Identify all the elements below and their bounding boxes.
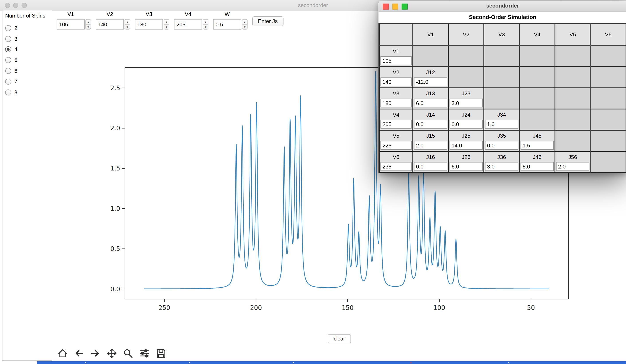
step-up-icon[interactable]: ▲	[242, 20, 247, 25]
v3-value-input[interactable]	[380, 99, 411, 108]
v4-value-input[interactable]	[380, 120, 411, 128]
j46-input[interactable]	[521, 162, 554, 171]
step-down-icon[interactable]: ▼	[242, 25, 247, 29]
v3-input[interactable]	[135, 19, 163, 30]
j12-input[interactable]	[414, 77, 447, 86]
j36-input[interactable]	[485, 162, 518, 171]
v5-value-input[interactable]	[380, 141, 411, 150]
control-v4: V4 ▲▼	[174, 11, 208, 30]
j25-cell: J25	[448, 130, 484, 151]
step-up-icon[interactable]: ▲	[164, 20, 169, 25]
j23-input[interactable]	[450, 99, 483, 108]
j13-input[interactable]	[414, 99, 447, 108]
home-button[interactable]	[55, 346, 69, 360]
back-arrow-icon	[73, 348, 84, 359]
j25-input[interactable]	[450, 141, 483, 150]
v6-row-label: V6	[380, 152, 413, 162]
j24-input[interactable]	[450, 120, 483, 128]
v1-value-input[interactable]	[380, 56, 411, 65]
w-stepper[interactable]: ▲▼	[242, 19, 247, 30]
save-button[interactable]	[154, 346, 168, 360]
svg-text:2.0: 2.0	[110, 124, 120, 132]
spins-radio-6[interactable]: 6	[5, 66, 52, 76]
svg-text:250: 250	[158, 304, 170, 312]
j14-input[interactable]	[414, 120, 447, 128]
disabled-cell	[590, 109, 626, 130]
j26-input[interactable]	[450, 162, 483, 171]
enter-js-button[interactable]: Enter Js	[252, 16, 283, 26]
j46-cell: J46	[519, 151, 555, 172]
j35-label: J35	[484, 131, 519, 141]
dialog-titlebar[interactable]: secondorder	[378, 1, 626, 12]
step-down-icon[interactable]: ▼	[164, 25, 169, 29]
pan-button[interactable]	[105, 346, 118, 360]
j13-label: J13	[413, 88, 448, 99]
zoom-button[interactable]	[121, 346, 135, 360]
v1-stepper[interactable]: ▲▼	[85, 19, 91, 30]
step-down-icon[interactable]: ▼	[86, 25, 91, 29]
spins-radio-3[interactable]: 3	[5, 34, 52, 44]
disabled-cell	[590, 130, 626, 151]
w-input[interactable]	[213, 19, 241, 30]
v4-input[interactable]	[174, 19, 202, 30]
v3-stepper[interactable]: ▲▼	[164, 19, 169, 30]
svg-text:100: 100	[433, 304, 445, 312]
v4-stepper[interactable]: ▲▼	[203, 19, 208, 30]
spins-radio-8[interactable]: 8	[5, 87, 52, 98]
disabled-cell	[590, 151, 626, 172]
radio-icon[interactable]	[5, 68, 11, 74]
clear-button[interactable]: clear	[328, 334, 351, 343]
disabled-cell	[519, 67, 555, 88]
j16-input[interactable]	[414, 162, 447, 171]
disabled-cell	[555, 130, 590, 151]
home-icon	[57, 348, 68, 359]
j36-label: J36	[484, 152, 519, 162]
step-up-icon[interactable]: ▲	[86, 20, 91, 25]
spins-radio-2[interactable]: 2	[5, 23, 52, 34]
maximize-button[interactable]	[402, 3, 407, 9]
spins-radio-7[interactable]: 7	[5, 76, 52, 87]
disabled-cell	[590, 88, 626, 109]
j35-input[interactable]	[485, 141, 518, 150]
j45-input[interactable]	[521, 141, 554, 150]
back-button[interactable]	[72, 346, 86, 360]
radio-label: 4	[14, 46, 17, 52]
step-up-icon[interactable]: ▲	[125, 20, 130, 25]
spins-radio-5[interactable]: 5	[5, 55, 52, 65]
step-down-icon[interactable]: ▼	[125, 25, 130, 29]
forward-arrow-icon	[90, 348, 101, 359]
j-coupling-table: V1 V2 V3 V4 V5 V6 V1 V2 J12	[378, 23, 626, 173]
v2-value-input[interactable]	[380, 77, 411, 86]
radio-icon[interactable]	[5, 46, 11, 52]
disabled-cell	[484, 67, 519, 88]
radio-icon[interactable]	[5, 79, 11, 85]
j45-label: J45	[520, 131, 555, 141]
v2-stepper[interactable]: ▲▼	[125, 19, 130, 30]
row-header-v1: V1	[379, 45, 413, 67]
step-up-icon[interactable]: ▲	[203, 20, 208, 25]
radio-icon[interactable]	[5, 25, 11, 31]
row-header-v4: V4	[379, 109, 413, 130]
j34-input[interactable]	[485, 120, 518, 128]
close-button[interactable]	[383, 3, 389, 9]
j26-label: J26	[449, 152, 483, 162]
minimize-button[interactable]	[392, 3, 398, 9]
configure-button[interactable]	[137, 346, 151, 360]
col-header-v5: V5	[555, 24, 590, 45]
j56-input[interactable]	[556, 162, 589, 171]
radio-icon[interactable]	[5, 36, 11, 42]
v1-input[interactable]	[57, 19, 85, 30]
radio-icon[interactable]	[5, 89, 11, 95]
step-down-icon[interactable]: ▼	[203, 25, 208, 29]
radio-label: 6	[14, 68, 17, 74]
row-header-v3: V3	[379, 88, 413, 109]
radio-icon[interactable]	[5, 57, 11, 63]
j16-cell: J16	[413, 151, 448, 172]
spins-radio-4[interactable]: 4	[5, 44, 52, 55]
j14-label: J14	[413, 109, 448, 120]
forward-button[interactable]	[88, 346, 102, 360]
j34-label: J34	[484, 109, 519, 120]
v2-input[interactable]	[96, 19, 124, 30]
v6-value-input[interactable]	[380, 162, 411, 171]
j15-input[interactable]	[414, 141, 447, 150]
